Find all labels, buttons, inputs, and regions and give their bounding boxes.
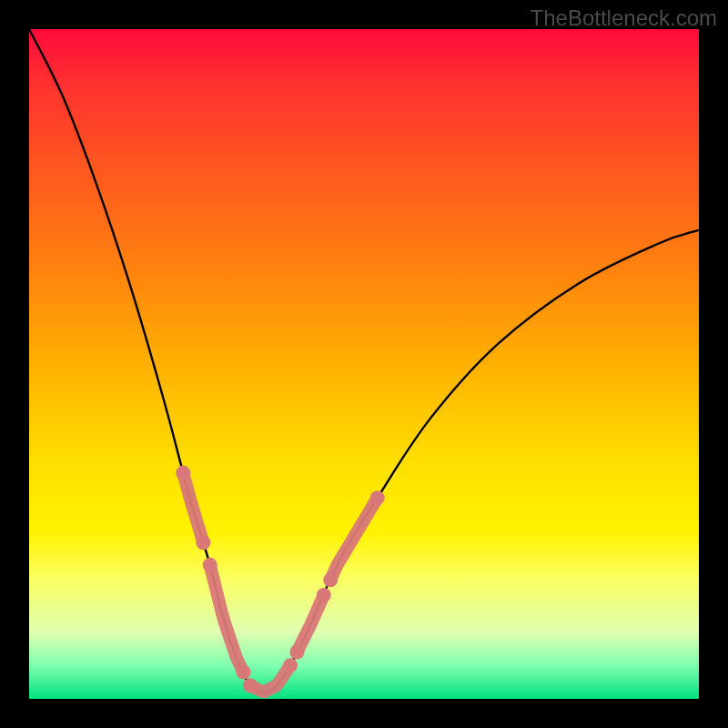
marker-dot: [176, 466, 190, 480]
marker-segment: [297, 595, 323, 652]
marker-dot: [289, 644, 304, 659]
marker-dot: [243, 678, 258, 693]
marker-dot: [317, 588, 331, 602]
watermark-text: TheBottleneck.com: [531, 5, 717, 31]
marker-dot: [370, 490, 385, 505]
marker-dot: [283, 658, 298, 672]
marker-segment: [210, 565, 244, 672]
marker-dot: [203, 558, 217, 572]
bottleneck-curve: [29, 29, 699, 693]
bottleneck-curve-svg: [29, 29, 699, 699]
marker-segment: [330, 498, 378, 580]
marker-segment: [183, 473, 203, 543]
marker-dot: [237, 665, 251, 680]
marker-dot: [323, 572, 338, 587]
chart-plot-area: [29, 29, 699, 699]
marker-dot: [196, 535, 210, 550]
